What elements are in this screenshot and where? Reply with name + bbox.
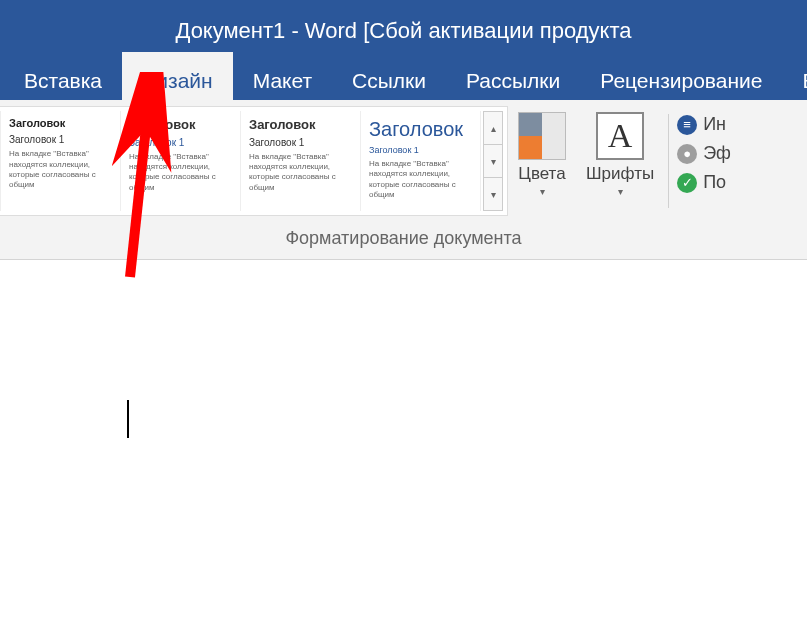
tab-layout[interactable]: Макет <box>233 52 332 100</box>
dropdown-icon: ▾ <box>618 186 623 197</box>
default-label: По <box>703 172 726 193</box>
ribbon: Заголовок Заголовок 1 На вкладке "Вставк… <box>0 100 807 260</box>
theme-sub: Заголовок 1 <box>129 137 234 149</box>
theme-body: На вкладке "Вставка" находятся коллекции… <box>129 152 234 194</box>
ribbon-content: Заголовок Заголовок 1 На вкладке "Вставк… <box>0 100 807 222</box>
window-title: Документ1 - Word [Сбой активации продукт… <box>0 0 807 52</box>
ribbon-tabs: Вставка Дизайн Макет Ссылки Рассылки Рец… <box>0 52 807 100</box>
themes-gallery: Заголовок Заголовок 1 На вкладке "Вставк… <box>0 106 508 216</box>
effects-icon: ● <box>677 144 697 164</box>
theme-sub: Заголовок 1 <box>369 145 474 156</box>
text-cursor <box>127 400 129 438</box>
tab-references[interactable]: Ссылки <box>332 52 446 100</box>
effects-button[interactable]: ● Эф <box>677 143 731 164</box>
dropdown-icon: ▾ <box>540 186 545 197</box>
fonts-button[interactable]: A Шрифты ▾ <box>576 106 664 216</box>
spacing-icon: ≡ <box>677 115 697 135</box>
tab-mailings[interactable]: Рассылки <box>446 52 580 100</box>
theme-heading: Заголовок <box>9 117 114 130</box>
theme-sub: Заголовок 1 <box>249 137 354 149</box>
gallery-more-icon[interactable]: ▾ <box>484 178 502 210</box>
theme-preview[interactable]: Заголовок Заголовок 1 На вкладке "Вставк… <box>123 111 241 211</box>
tab-insert[interactable]: Вставка <box>4 52 122 100</box>
theme-heading: Заголовок <box>369 117 474 141</box>
check-icon: ✓ <box>677 173 697 193</box>
spacing-button[interactable]: ≡ Ин <box>677 114 731 135</box>
tab-review[interactable]: Рецензирование <box>580 52 782 100</box>
fonts-icon: A <box>596 112 644 160</box>
separator <box>668 114 669 208</box>
theme-preview-partial[interactable]: Заголовок Заголовок 1 На вкладке "Вставк… <box>0 111 1 211</box>
theme-preview[interactable]: Заголовок Заголовок 1 На вкладке "Вставк… <box>363 111 481 211</box>
theme-heading: Заголовок <box>129 117 234 133</box>
fonts-label: Шрифты <box>586 164 654 184</box>
options-stack: ≡ Ин ● Эф ✓ По <box>673 106 735 222</box>
title-text: Документ1 - Word [Сбой активации продукт… <box>175 18 631 44</box>
theme-body: На вкладке "Вставка" находятся коллекции… <box>9 149 114 191</box>
theme-preview[interactable]: Заголовок Заголовок 1 На вкладке "Вставк… <box>243 111 361 211</box>
theme-heading: Заголовок <box>249 117 354 133</box>
ribbon-group-label: Форматирование документа <box>0 222 807 259</box>
gallery-up-icon[interactable]: ▴ <box>484 112 502 145</box>
document-area[interactable] <box>0 260 807 625</box>
theme-body: На вкладке "Вставка" находятся коллекции… <box>369 159 474 201</box>
theme-sub: Заголовок 1 <box>9 134 114 146</box>
spacing-label: Ин <box>703 114 726 135</box>
theme-body: На вкладке "Вставка" находятся коллекции… <box>249 152 354 194</box>
colors-label: Цвета <box>518 164 565 184</box>
colors-icon <box>518 112 566 160</box>
gallery-down-icon[interactable]: ▾ <box>484 145 502 178</box>
colors-button[interactable]: Цвета ▾ <box>508 106 576 216</box>
gallery-scroll: ▴ ▾ ▾ <box>483 111 503 211</box>
tab-view-partial[interactable]: В <box>782 52 807 100</box>
effects-label: Эф <box>703 143 731 164</box>
set-default-button[interactable]: ✓ По <box>677 172 731 193</box>
theme-preview[interactable]: Заголовок Заголовок 1 На вкладке "Вставк… <box>3 111 121 211</box>
tab-design[interactable]: Дизайн <box>122 52 233 100</box>
